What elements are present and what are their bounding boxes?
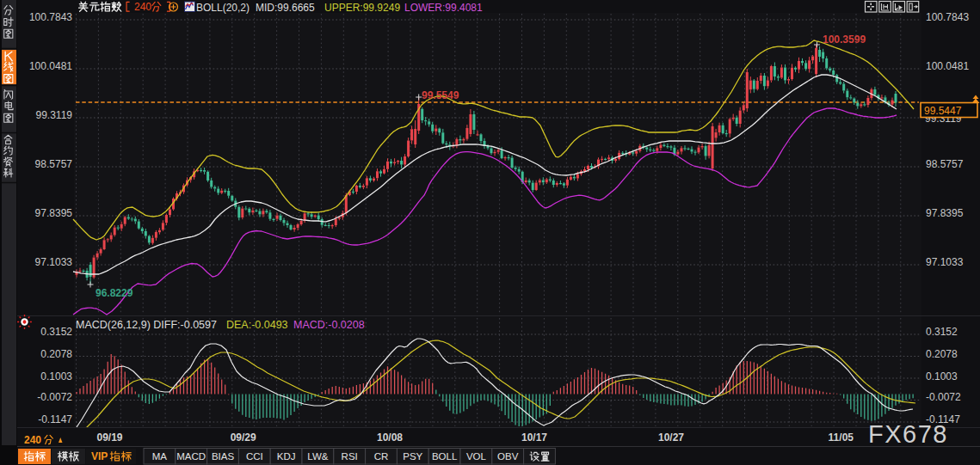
svg-text:-0.0072: -0.0072 (37, 391, 72, 403)
svg-text:99.3119: 99.3119 (36, 109, 73, 121)
svg-text:MA: MA (152, 451, 168, 462)
svg-text:LOWER:99.4081: LOWER:99.4081 (404, 2, 483, 14)
svg-text:100.7843: 100.7843 (29, 11, 72, 23)
svg-text:97.1033: 97.1033 (926, 256, 964, 268)
svg-text:MACD(26,12,9) DIFF:-0.0597: MACD(26,12,9) DIFF:-0.0597 (76, 319, 217, 331)
svg-text:0.1003: 0.1003 (926, 370, 958, 382)
svg-text:0.1003: 0.1003 (40, 370, 72, 382)
svg-text:DEA:-0.0493: DEA:-0.0493 (226, 319, 288, 331)
svg-text:99.5549: 99.5549 (422, 89, 459, 101)
svg-text:100.3599: 100.3599 (823, 34, 866, 46)
svg-text:09/29: 09/29 (231, 431, 256, 444)
svg-text:10/17: 10/17 (521, 431, 547, 444)
svg-text:VIP: VIP (91, 450, 108, 462)
svg-text:VOL: VOL (466, 451, 487, 462)
svg-text:100.0481: 100.0481 (29, 60, 72, 72)
svg-text:10/27: 10/27 (658, 431, 684, 444)
svg-text:RSI: RSI (342, 451, 358, 462)
svg-text:09/19: 09/19 (96, 431, 122, 444)
svg-text:MACD: MACD (176, 451, 206, 462)
svg-text:240: 240 (134, 1, 151, 13)
svg-text:98.5757: 98.5757 (35, 158, 73, 170)
svg-text:-0.0072: -0.0072 (926, 391, 961, 403)
svg-text:97.8395: 97.8395 (926, 207, 964, 219)
svg-text:BOLL: BOLL (432, 451, 458, 462)
svg-text:KDJ: KDJ (277, 451, 296, 462)
svg-text:97.1033: 97.1033 (35, 256, 73, 268)
svg-text:BIAS: BIAS (212, 451, 235, 462)
svg-text:100.7843: 100.7843 (926, 11, 969, 23)
svg-text:MID:99.6665: MID:99.6665 (256, 2, 315, 14)
svg-text:99.5447: 99.5447 (924, 105, 962, 117)
svg-text:CCI: CCI (246, 451, 263, 462)
svg-text:UPPER:99.9249: UPPER:99.9249 (324, 2, 400, 14)
svg-text:100.0481: 100.0481 (926, 60, 969, 72)
svg-text:97.8395: 97.8395 (35, 207, 73, 219)
svg-text:240: 240 (24, 434, 41, 446)
svg-text:OBV: OBV (497, 451, 519, 462)
svg-text:0.2078: 0.2078 (40, 348, 72, 360)
svg-text:BOLL(20,2): BOLL(20,2) (196, 2, 250, 14)
svg-text:FX678: FX678 (868, 420, 948, 448)
svg-text:0.2078: 0.2078 (926, 348, 958, 360)
svg-text:0.3152: 0.3152 (40, 326, 72, 338)
svg-text:LW&: LW& (307, 451, 328, 462)
svg-text:PSY: PSY (403, 451, 422, 462)
svg-text:10/08: 10/08 (377, 431, 403, 444)
svg-text:CR: CR (374, 451, 389, 462)
svg-text:MACD:-0.0208: MACD:-0.0208 (293, 319, 365, 331)
svg-text:96.8229: 96.8229 (96, 287, 133, 299)
svg-text:11/05: 11/05 (829, 431, 854, 444)
svg-text:-0.1147: -0.1147 (38, 413, 72, 425)
svg-text:0.3152: 0.3152 (926, 326, 958, 338)
svg-text:98.5757: 98.5757 (926, 158, 964, 170)
